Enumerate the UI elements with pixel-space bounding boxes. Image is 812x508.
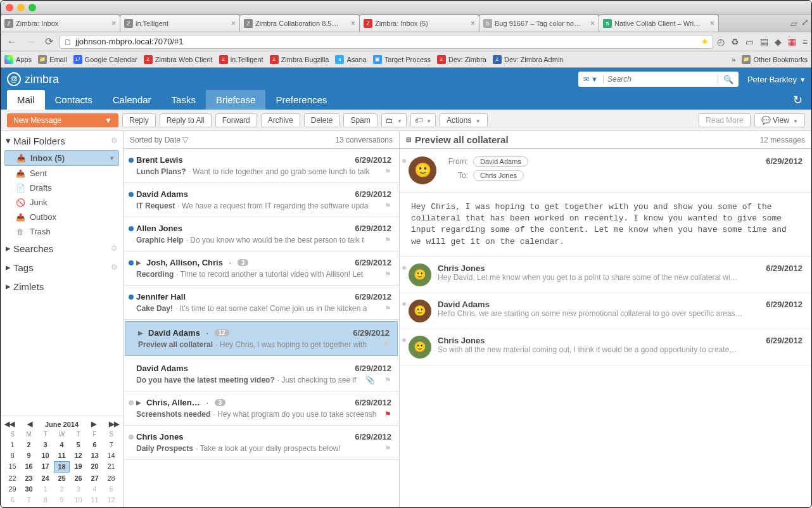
avatar[interactable]: 🙂 xyxy=(409,264,431,286)
extension-icon[interactable]: ▤ xyxy=(760,37,768,47)
conversation-item[interactable]: ▶David Adams · 126/29/2012Preview all co… xyxy=(125,321,398,356)
view-dropdown[interactable]: 💬 View xyxy=(754,113,805,127)
browser-tab[interactable]: bBug 91667 – Tag color no…× xyxy=(479,15,599,32)
calendar-day[interactable]: 16 xyxy=(21,461,37,473)
close-tab-icon[interactable]: × xyxy=(111,19,116,28)
tab-preferences[interactable]: Preferences xyxy=(265,90,337,110)
conversation-item[interactable]: Brent Lewis6/29/2012Lunch Plans? · Want … xyxy=(124,149,399,183)
cal-first-icon[interactable]: ◀◀ xyxy=(4,420,15,428)
bookmark-item[interactable]: 17Google Calendar xyxy=(73,55,137,64)
conversation-item[interactable]: David Adams6/29/2012Do you have the late… xyxy=(124,357,399,391)
from-contact-chip[interactable]: David Adams xyxy=(473,156,528,167)
calendar-day[interactable]: 2 xyxy=(21,440,37,450)
calendar-day[interactable]: 22 xyxy=(4,473,20,483)
calendar-day[interactable]: 11 xyxy=(54,450,70,460)
calendar-day[interactable]: 21 xyxy=(103,461,119,473)
expand-icon[interactable]: ▶ xyxy=(136,259,141,266)
calendar-day[interactable]: 6 xyxy=(4,495,20,505)
flag-icon[interactable]: ⚑ xyxy=(384,167,391,176)
flag-icon[interactable]: ⚑ xyxy=(384,444,391,453)
bookmark-item[interactable]: ZZimbra Web Client xyxy=(144,55,213,64)
cal-next-icon[interactable]: ▶ xyxy=(91,420,96,428)
calendar-day[interactable]: 28 xyxy=(103,473,119,483)
back-button[interactable]: ← xyxy=(4,36,20,48)
calendar-day[interactable]: 1 xyxy=(4,440,20,450)
extension-icon[interactable]: ▦ xyxy=(788,37,796,47)
extension-icon[interactable]: ♻ xyxy=(731,37,739,47)
toggle-icon[interactable]: ⊟ xyxy=(406,136,411,143)
conversation-item[interactable]: Allen Jones6/29/2012Graphic Help · Do yo… xyxy=(124,217,399,251)
flag-icon[interactable]: ⚑ xyxy=(384,410,391,419)
folder-trash[interactable]: 🗑Trash xyxy=(1,224,123,239)
read-more-button[interactable]: Read More xyxy=(699,113,750,127)
folder-outbox[interactable]: 📤Outbox xyxy=(1,210,123,224)
apps-button[interactable]: ⠿Apps xyxy=(4,55,32,64)
bookmark-item[interactable]: 📁Email xyxy=(38,55,67,64)
bookmark-item[interactable]: ZDev: Zimbra Admin xyxy=(493,55,564,64)
tab-mail[interactable]: Mail xyxy=(7,90,45,110)
new-message-button[interactable]: New Message▼ xyxy=(7,113,118,127)
calendar-day[interactable]: 25 xyxy=(54,473,70,483)
thread-message[interactable]: 🙂Chris JonesHey David, Let me know when … xyxy=(400,257,811,293)
expand-icon[interactable]: ▶ xyxy=(138,329,143,336)
browser-tab[interactable]: Zin.Telligent× xyxy=(120,15,240,32)
calendar-day[interactable]: 4 xyxy=(87,484,103,494)
calendar-day[interactable]: 15 xyxy=(4,461,20,473)
gear-icon[interactable]: ⚙ xyxy=(111,244,118,253)
extension-icon[interactable]: ◆ xyxy=(775,37,782,47)
chevron-down-icon[interactable]: ▼ xyxy=(105,116,112,125)
close-tab-icon[interactable]: × xyxy=(471,19,475,28)
calendar-day[interactable]: 19 xyxy=(70,461,86,473)
browser-tab[interactable]: ZZimbra: Inbox× xyxy=(0,15,120,32)
global-search[interactable]: ✉ ▼ 🔍 xyxy=(578,72,739,87)
close-tab-icon[interactable]: × xyxy=(590,19,595,28)
sort-dropdown[interactable]: Sorted by Date ▽ xyxy=(130,136,188,144)
bookmark-item[interactable]: Zin.Telligent xyxy=(219,55,263,64)
folder-sent[interactable]: 📤Sent xyxy=(1,166,123,181)
mail-folders-header[interactable]: ▾Mail Folders⚙ xyxy=(1,131,123,150)
bookmark-item[interactable]: ▣Target Process xyxy=(373,55,431,64)
calendar-day[interactable]: 20 xyxy=(87,461,103,473)
browser-tab[interactable]: ZZimbra Collaboration 8.5…× xyxy=(239,15,360,32)
flag-icon[interactable]: ⚑ xyxy=(384,236,391,244)
reply-button[interactable]: Reply xyxy=(122,113,156,127)
calendar-day[interactable]: 26 xyxy=(70,473,86,483)
conversation-list[interactable]: Brent Lewis6/29/2012Lunch Plans? · Want … xyxy=(124,149,399,507)
to-contact-chip[interactable]: Chris Jones xyxy=(473,170,524,181)
chevron-down-icon[interactable]: ▾ xyxy=(110,155,113,162)
move-dropdown[interactable]: 🗀 xyxy=(381,113,407,127)
avatar[interactable]: 🙂 xyxy=(409,336,431,359)
cal-prev-icon[interactable]: ◀ xyxy=(27,420,32,428)
calendar-day[interactable]: 30 xyxy=(21,484,37,494)
calendar-day[interactable]: 14 xyxy=(103,450,119,460)
menu-icon[interactable]: ≡ xyxy=(802,37,808,47)
flag-icon[interactable]: ⚑ xyxy=(384,304,391,313)
calendar-day[interactable]: 18 xyxy=(54,461,70,473)
calendar-day[interactable]: 9 xyxy=(21,450,37,460)
spam-button[interactable]: Spam xyxy=(343,113,377,127)
reply-all-button[interactable]: Reply to All xyxy=(160,113,212,127)
calendar-day[interactable]: 10 xyxy=(37,450,53,460)
calendar-day[interactable]: 2 xyxy=(54,484,70,494)
browser-tab[interactable]: aNative Collab Client – Wri…× xyxy=(599,15,719,32)
bookmark-item[interactable]: aAsana xyxy=(335,55,366,64)
calendar-day[interactable]: 3 xyxy=(37,440,53,450)
conversation-item[interactable]: Jennifer Hall6/29/2012Cake Day! · It's t… xyxy=(124,286,399,320)
reload-button[interactable]: ⟳ xyxy=(42,35,56,48)
zoom-window-button[interactable] xyxy=(29,4,36,11)
conversation-item[interactable]: ▶Josh, Allison, Chris · 36/29/2012Record… xyxy=(124,251,399,286)
gear-icon[interactable]: ⚙ xyxy=(111,136,118,145)
calendar-day[interactable]: 10 xyxy=(70,495,86,505)
overflow-icon[interactable]: » xyxy=(732,56,735,63)
delete-button[interactable]: Delete xyxy=(304,113,340,127)
calendar-day[interactable]: 1 xyxy=(37,484,53,494)
zimlets-header[interactable]: ▸Zimlets xyxy=(1,277,123,296)
browser-tab[interactable]: ZZimbra: Inbox (5)× xyxy=(359,15,479,32)
calendar-day[interactable]: 11 xyxy=(87,495,103,505)
folder-junk[interactable]: 🚫Junk xyxy=(1,195,123,210)
conversation-item[interactable]: Chris Jones6/29/2012Daily Prospects · Ta… xyxy=(124,426,399,460)
search-input[interactable] xyxy=(604,75,718,84)
calendar-day[interactable]: 8 xyxy=(4,450,20,460)
tab-briefcase[interactable]: Briefcase xyxy=(206,90,266,110)
search-scope-dropdown[interactable]: ✉ ▼ xyxy=(578,75,604,84)
